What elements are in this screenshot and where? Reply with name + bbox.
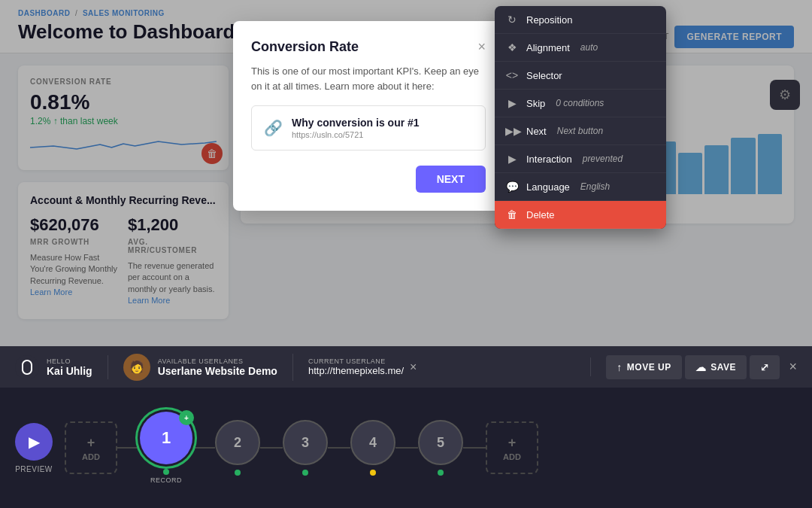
connector-6 — [463, 447, 486, 449]
resize-icon: ⤢ — [760, 361, 770, 373]
save-button[interactable]: ☁ SAVE — [685, 355, 747, 379]
add-right-icon: + — [508, 435, 517, 451]
modal-header: Conversion Rate × — [251, 39, 486, 55]
alignment-sub-label: auto — [580, 42, 598, 53]
interaction-icon: ▶ — [505, 153, 519, 165]
context-menu-selector[interactable]: <> Selector — [495, 62, 666, 90]
steps-container: + ADD 1 + RECORD 2 3 — [65, 412, 797, 484]
alignment-label: Alignment — [526, 42, 570, 53]
connector-4 — [328, 447, 350, 449]
link-info: Why conversion is our #1 https://usln.co… — [292, 117, 420, 139]
preview-wrap: ▶ PREVIEW — [15, 423, 53, 473]
step-5-wrap: 5 — [418, 420, 463, 476]
link-title: Why conversion is our #1 — [292, 117, 420, 129]
context-menu-reposition[interactable]: ↻ Reposition — [495, 6, 666, 34]
connector-2 — [192, 447, 215, 449]
current-url: http://themepixels.me/ — [308, 365, 404, 376]
current-userlane-label: CURRENT USERLANE — [308, 357, 404, 365]
modal-next-button[interactable]: NEXT — [416, 166, 486, 193]
step-5-dot — [438, 470, 444, 476]
connector-3 — [260, 447, 283, 449]
move-up-button[interactable]: ↑ MOVE UP — [606, 355, 681, 379]
hello-label: HELLO — [47, 357, 92, 365]
record-label: RECORD — [150, 476, 182, 484]
step-2-dot — [235, 470, 241, 476]
language-icon: 💬 — [505, 181, 519, 193]
bottom-toolbar: HELLO Kai Uhlig 🧑 AVAILABLE USERLANES Us… — [0, 346, 812, 388]
toolbar-actions: ↑ MOVE UP ☁ SAVE ⤢ × — [606, 355, 797, 379]
link-icon: 🔗 — [264, 119, 283, 137]
step-1-dot — [163, 469, 169, 475]
step-3-dot — [302, 470, 308, 476]
step-3-wrap: 3 — [283, 420, 328, 476]
interaction-sub-label: prevented — [583, 154, 623, 164]
interaction-label: Interaction — [526, 154, 572, 165]
user-info: HELLO Kai Uhlig — [47, 357, 92, 377]
reposition-label: Reposition — [526, 14, 572, 26]
lane-avatar: 🧑 — [123, 354, 150, 381]
userlane-logo — [15, 355, 39, 379]
step-2-label: 2 — [234, 435, 241, 451]
step-panel: ▶ PREVIEW + ADD 1 + RECORD 2 — [0, 388, 812, 508]
step-3-node[interactable]: 3 — [283, 420, 328, 465]
add-step-left[interactable]: + ADD — [65, 421, 117, 474]
skip-label: Skip — [526, 98, 545, 109]
context-menu-skip[interactable]: ▶ Skip 0 conditions — [495, 90, 666, 117]
connector-1 — [117, 447, 140, 449]
step-4-wrap: 4 — [350, 420, 395, 476]
available-label: AVAILABLE USERLANES — [158, 357, 277, 365]
conversion-rate-modal: Conversion Rate × This is one of our mos… — [233, 21, 504, 211]
link-url: https://usln.co/5721 — [292, 130, 420, 139]
skip-sub-label: 0 conditions — [556, 98, 604, 108]
context-menu-language[interactable]: 💬 Language English — [495, 173, 666, 201]
save-icon: ☁ — [695, 361, 707, 373]
step-5-node[interactable]: 5 — [418, 420, 463, 465]
url-section: CURRENT USERLANE http://themepixels.me/ … — [308, 357, 591, 376]
modal-close-button[interactable]: × — [477, 39, 486, 55]
add-step-right[interactable]: + ADD — [486, 421, 538, 474]
context-menu-delete[interactable]: 🗑 Delete — [495, 201, 666, 229]
step-4-dot — [370, 470, 376, 476]
delete-icon: 🗑 — [505, 208, 519, 221]
modal-title: Conversion Rate — [251, 39, 359, 55]
context-menu-interaction[interactable]: ▶ Interaction prevented — [495, 145, 666, 173]
skip-icon: ▶ — [505, 97, 519, 109]
delete-label: Delete — [526, 209, 555, 221]
alignment-icon: ❖ — [505, 41, 519, 53]
context-menu: ↻ Reposition ❖ Alignment auto <> Selecto… — [495, 6, 666, 229]
step-2-wrap: 2 — [215, 420, 260, 476]
preview-button[interactable]: ▶ — [15, 423, 53, 461]
user-name: Kai Uhlig — [47, 365, 92, 377]
preview-label: PREVIEW — [15, 465, 53, 473]
language-label: Language — [526, 181, 570, 193]
step-2-node[interactable]: 2 — [215, 420, 260, 465]
modal-body-text: This is one of our most important KPI's.… — [251, 64, 486, 93]
url-close-button[interactable]: × — [410, 360, 417, 374]
move-up-icon: ↑ — [617, 361, 623, 373]
toolbar-close-button[interactable]: × — [789, 359, 797, 375]
connector-5 — [395, 447, 418, 449]
save-label: SAVE — [710, 362, 736, 373]
add-right-label: ADD — [503, 452, 521, 461]
play-icon: ▶ — [29, 433, 40, 451]
resize-button[interactable]: ⤢ — [750, 355, 780, 379]
step-3-label: 3 — [301, 435, 309, 451]
next-sub-label: Next button — [557, 126, 603, 136]
add-left-icon: + — [87, 435, 95, 451]
step-4-node[interactable]: 4 — [350, 420, 395, 465]
lane-info: AVAILABLE USERLANES Userlane Website Dem… — [158, 357, 277, 377]
step-1-node[interactable]: 1 + — [140, 412, 192, 464]
reposition-icon: ↻ — [505, 14, 519, 26]
next-icon: ▶▶ — [505, 125, 519, 137]
step-5-label: 5 — [437, 435, 444, 451]
context-menu-next[interactable]: ▶▶ Next Next button — [495, 117, 666, 145]
language-sub-label: English — [580, 181, 610, 192]
add-left-label: ADD — [82, 452, 100, 461]
move-up-label: MOVE UP — [627, 362, 671, 373]
next-label: Next — [526, 126, 547, 137]
record-badge: + — [179, 410, 194, 425]
modal-link-card[interactable]: 🔗 Why conversion is our #1 https://usln.… — [251, 105, 486, 151]
lane-section: 🧑 AVAILABLE USERLANES Userlane Website D… — [123, 354, 293, 381]
lane-name: Userlane Website Demo — [158, 365, 277, 377]
context-menu-alignment[interactable]: ❖ Alignment auto — [495, 34, 666, 62]
